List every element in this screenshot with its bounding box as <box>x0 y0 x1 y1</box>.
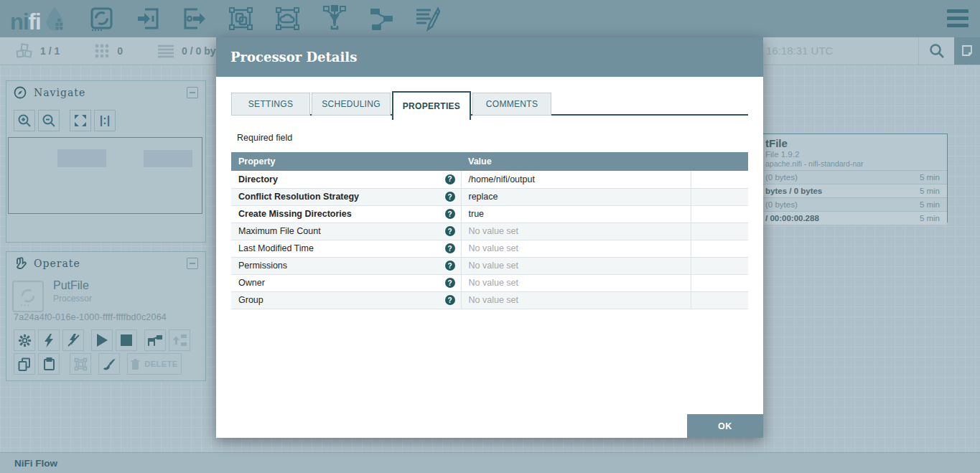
funnel-icon[interactable] <box>320 4 349 33</box>
birdseye-minimap[interactable] <box>8 137 202 214</box>
property-value: No value set <box>461 240 691 257</box>
property-value: /home/nifi/output <box>461 171 691 188</box>
minimap-component <box>144 150 192 167</box>
canvas-processor-name: tFile <box>763 134 947 149</box>
component-toolbar <box>87 4 442 33</box>
navigate-tools: |:| <box>14 110 205 131</box>
selected-component-name: PutFile <box>53 279 198 292</box>
tab-comments[interactable]: COMMENTS <box>472 93 551 116</box>
help-icon[interactable]: ? <box>445 226 455 236</box>
search-icon[interactable] <box>918 37 954 65</box>
collapse-operate-icon[interactable] <box>187 258 198 269</box>
paste-icon[interactable] <box>38 353 60 375</box>
label-icon[interactable] <box>414 4 442 33</box>
canvas-processor-bundle: apache.nifi - nifi-standard-nar <box>763 159 947 170</box>
processor-details-dialog: Processor Details SETTINGS SCHEDULING PR… <box>216 37 763 438</box>
enable-lightning-icon[interactable] <box>38 329 60 351</box>
stat-active-threads-value: 1 / 1 <box>40 45 60 57</box>
table-row: Maximum File Count? No value set <box>231 223 748 240</box>
template-icon[interactable] <box>367 4 396 33</box>
tab-properties[interactable]: PROPERTIES <box>392 91 471 120</box>
property-value: No value set <box>461 291 691 309</box>
app-header: nifi <box>0 0 980 37</box>
table-row: Conflict Resolution Strategy? replace <box>231 188 748 205</box>
selected-component-id: 7a24a4f0-016e-1000-ffff-ffffbd0c2064 <box>14 312 198 322</box>
column-header-property: Property <box>231 152 461 171</box>
property-name: Group <box>238 295 263 305</box>
change-color-brush-icon[interactable] <box>98 353 120 375</box>
processor-icon[interactable] <box>87 4 116 33</box>
required-field-note: Required field <box>237 133 748 143</box>
nifi-logo: nifi <box>10 5 67 32</box>
create-template-icon[interactable] <box>144 329 166 351</box>
property-value: No value set <box>461 257 691 274</box>
dialog-header: Processor Details <box>216 37 763 77</box>
help-icon[interactable]: ? <box>445 261 455 271</box>
stat-remote-groups: 0 <box>94 43 123 59</box>
table-row: Group? No value set <box>231 291 748 309</box>
canvas-processor-stat-row: bytes / 0 bytes5 min <box>763 184 947 197</box>
operate-panel-title: Operate <box>34 258 80 269</box>
output-port-icon[interactable] <box>180 4 209 33</box>
bulletin-board-icon[interactable] <box>954 37 980 65</box>
navigate-panel-header: Navigate <box>6 81 205 104</box>
canvas-processor-putfile[interactable]: tFile File 1.9.2 apache.nifi - nifi-stan… <box>763 134 948 223</box>
zoom-in-icon[interactable] <box>14 110 35 131</box>
zoom-fit-icon[interactable] <box>70 110 91 131</box>
configure-gear-icon[interactable] <box>14 329 35 351</box>
property-name: Conflict Resolution Strategy <box>238 192 359 202</box>
delete-button-label: DELETE <box>144 360 177 368</box>
ok-button[interactable]: OK <box>687 414 763 438</box>
tab-settings[interactable]: SETTINGS <box>231 93 310 116</box>
threads-cubes-icon <box>16 43 33 59</box>
start-play-icon[interactable] <box>91 329 113 351</box>
help-icon[interactable]: ? <box>445 243 455 253</box>
delete-button[interactable]: DELETE <box>127 353 182 375</box>
stat-remote-groups-value: 0 <box>117 45 123 57</box>
help-icon[interactable]: ? <box>445 295 455 305</box>
copy-icon[interactable] <box>14 353 35 375</box>
table-header-row: Property Value <box>231 152 748 171</box>
input-port-icon[interactable] <box>134 4 162 33</box>
trash-icon <box>131 359 140 370</box>
disable-lightning-slash-icon[interactable] <box>62 329 84 351</box>
help-icon[interactable]: ? <box>445 278 455 288</box>
zoom-actual-size-icon[interactable]: |:| <box>94 110 116 131</box>
group-selection-icon[interactable] <box>70 353 91 375</box>
upload-template-icon[interactable] <box>169 329 190 351</box>
collapse-navigate-icon[interactable] <box>187 87 198 98</box>
property-name: Permissions <box>238 261 287 271</box>
help-icon[interactable]: ? <box>445 174 455 184</box>
glove-hand-icon <box>14 257 27 270</box>
tab-scheduling[interactable]: SCHEDULING <box>312 93 391 116</box>
operate-buttons-row-1 <box>14 329 198 351</box>
remote-process-group-icon[interactable] <box>274 4 302 33</box>
help-icon[interactable]: ? <box>445 192 455 202</box>
global-menu-icon[interactable] <box>947 9 969 27</box>
canvas-processor-stat-row: / 00:00:00.2885 min <box>763 211 947 225</box>
property-value: No value set <box>461 223 691 240</box>
property-value: No value set <box>461 274 691 291</box>
selected-component-card: PutFile Processor 7a24a4f0-016e-1000-fff… <box>6 275 205 322</box>
nifi-logo-text: nifi <box>10 12 41 32</box>
process-group-icon[interactable] <box>227 4 256 33</box>
help-icon[interactable]: ? <box>445 209 455 219</box>
breadcrumb-nifi-flow[interactable]: NiFi Flow <box>14 458 57 469</box>
nifi-drop-icon <box>42 5 67 32</box>
operate-panel-header: Operate <box>6 252 205 275</box>
table-row: Directory? /home/nifi/output <box>231 171 748 188</box>
stat-active-threads: 1 / 1 <box>16 43 60 59</box>
stop-square-icon[interactable] <box>116 329 137 351</box>
table-row: Last Modified Time? No value set <box>231 240 748 257</box>
table-row: Create Missing Directories? true <box>231 205 748 223</box>
queue-list-icon <box>157 44 174 58</box>
canvas-processor-stat-row: (0 bytes)5 min <box>763 197 947 211</box>
property-name: Owner <box>238 278 265 288</box>
properties-table: Property Value Directory? /home/nifi/out… <box>231 152 748 309</box>
property-name: Directory <box>238 174 278 184</box>
compass-icon <box>14 86 27 99</box>
zoom-out-icon[interactable] <box>38 110 60 131</box>
minimap-component <box>57 149 106 167</box>
navigate-panel-title: Navigate <box>34 87 85 98</box>
selected-component-type: Processor <box>53 294 198 304</box>
